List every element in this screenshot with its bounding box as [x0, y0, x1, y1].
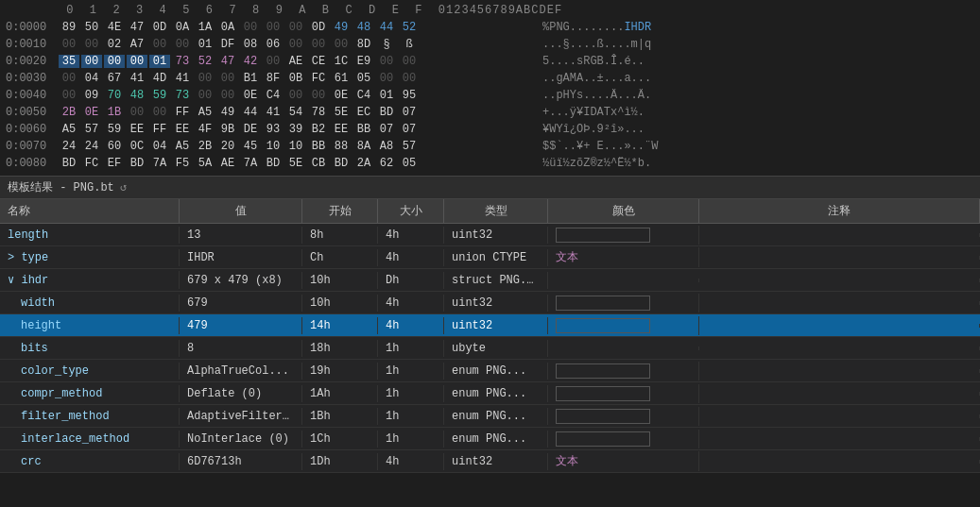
td-type: struct PNG... [444, 272, 548, 289]
table-row[interactable]: color_typeAlphaTrueCol...19h1henum PNG..… [0, 360, 980, 382]
td-name: compr_method [0, 385, 180, 402]
td-value: AlphaTrueCol... [180, 363, 302, 380]
th-type: 类型 [444, 199, 548, 223]
td-color: 文本 [548, 247, 699, 267]
td-name: ∨ ihdr [0, 271, 180, 289]
td-comment [699, 414, 980, 418]
td-start: 19h [302, 363, 378, 380]
color-box [556, 409, 650, 424]
td-value: Deflate (0) [180, 385, 302, 402]
hex-row: 0:0060 A5 57 59 EE FF EE 4F 9B DE 93 39 … [6, 121, 974, 138]
td-name: > type [0, 249, 180, 266]
td-value: IHDR [180, 249, 302, 266]
td-name: crc [0, 453, 180, 470]
hex-row: 0:0070 24 24 60 0C 04 A5 2B 20 45 10 10 … [6, 138, 974, 155]
table-header: 名称 值 开始 大小 类型 颜色 注释 [0, 199, 980, 224]
table-row[interactable]: ∨ ihdr679 x 479 (x8)10hDhstruct PNG... [0, 269, 980, 292]
table-row[interactable]: interlace_methodNoInterlace (0)1Ch1henum… [0, 428, 980, 450]
td-name: height [0, 317, 180, 334]
td-start: 18h [302, 340, 378, 357]
td-type: enum PNG... [444, 408, 548, 425]
color-box [556, 431, 650, 447]
td-start: 1Ch [302, 431, 378, 448]
td-color [548, 279, 699, 282]
td-comment [699, 437, 980, 441]
td-size: 4h [378, 249, 444, 266]
td-size: 4h [378, 295, 444, 312]
td-comment [699, 279, 980, 282]
td-color: 文本 [548, 451, 699, 471]
color-box [556, 386, 650, 401]
color-box [556, 318, 650, 333]
td-start: 8h [302, 227, 378, 244]
td-color [548, 346, 699, 350]
td-color [548, 407, 699, 426]
table-row[interactable]: height47914h4huint32 [0, 314, 980, 337]
td-type: enum PNG... [444, 363, 548, 380]
hex-editor: 0 1 2 3 4 5 6 7 8 9 A B C D E F 01234567… [0, 0, 980, 176]
td-value: 13 [180, 227, 302, 244]
td-start: 14h [302, 317, 378, 334]
th-value: 值 [180, 199, 302, 223]
td-type: ubyte [444, 340, 548, 357]
td-type: union CTYPE [444, 249, 548, 266]
section-title: 模板结果 - PNG.bt ↺ [0, 176, 980, 199]
td-size: 1h [378, 385, 444, 402]
td-start: 1Ah [302, 385, 378, 402]
td-value: 479 [180, 317, 302, 334]
td-name: length [0, 227, 180, 244]
color-text-label: 文本 [556, 251, 578, 264]
td-type: uint32 [444, 295, 548, 312]
td-size: 1h [378, 408, 444, 425]
table-row[interactable]: bits818h1hubyte [0, 337, 980, 360]
td-comment [699, 460, 980, 464]
table-row[interactable]: filter_methodAdaptiveFilter...1Bh1henum … [0, 405, 980, 428]
td-color [548, 316, 699, 335]
td-start: 10h [302, 295, 378, 312]
td-start: Ch [302, 249, 378, 266]
table-row[interactable]: length138h4huint32 [0, 224, 980, 246]
table-row[interactable]: width67910h4huint32 [0, 292, 980, 314]
td-value: 679 [180, 295, 302, 312]
td-value: AdaptiveFilter... [180, 408, 302, 425]
td-color [548, 430, 699, 448]
th-color: 颜色 [548, 199, 699, 223]
hex-header: 0 1 2 3 4 5 6 7 8 9 A B C D E F 01234567… [6, 4, 974, 17]
td-comment [699, 369, 980, 373]
hex-row: 0:0080 BD FC EF BD 7A F5 5A AE 7A BD 5E … [6, 155, 974, 172]
td-value: 6D76713h [180, 453, 302, 470]
hex-row: 0:0040 00 09 70 48 59 73 00 00 0E C4 00 … [6, 87, 974, 104]
td-name: filter_method [0, 408, 180, 425]
td-value: 8 [180, 340, 302, 357]
td-comment [699, 346, 980, 350]
td-name: interlace_method [0, 431, 180, 448]
th-name: 名称 [0, 199, 180, 223]
td-start: 1Bh [302, 408, 378, 425]
th-start: 开始 [302, 199, 378, 223]
hex-row: 0:0020 35 00 00 00 01 73 52 47 42 00 AE … [6, 53, 974, 70]
table-row[interactable]: > typeIHDRCh4hunion CTYPE文本 [0, 246, 980, 269]
td-size: 1h [378, 431, 444, 448]
hex-row: 0:0010 00 00 02 A7 00 00 01 DF 08 06 00 … [6, 36, 974, 53]
table-row[interactable]: crc6D76713h1Dh4huint32文本 [0, 450, 980, 473]
hex-row: 0:0030 00 04 67 41 4D 41 00 00 B1 8F 0B … [6, 70, 974, 87]
td-size: 1h [378, 340, 444, 357]
td-color [548, 384, 699, 403]
td-size: 4h [378, 317, 444, 334]
th-size: 大小 [378, 199, 444, 223]
td-comment [699, 233, 980, 237]
th-comment: 注释 [699, 199, 980, 223]
td-size: 4h [378, 453, 444, 470]
td-size: 1h [378, 363, 444, 380]
td-value: 679 x 479 (x8) [180, 272, 302, 289]
hex-row: 0:0000 89 50 4E 47 0D 0A 1A 0A 00 00 00 … [6, 19, 974, 36]
td-type: uint32 [444, 227, 548, 244]
color-box [556, 296, 650, 311]
td-comment [699, 256, 980, 260]
color-box [556, 228, 650, 243]
td-size: 4h [378, 227, 444, 244]
table-row[interactable]: compr_methodDeflate (0)1Ah1henum PNG... [0, 382, 980, 405]
refresh-icon[interactable]: ↺ [120, 180, 127, 194]
hex-row: 0:0050 2B 0E 1B 00 00 FF A5 49 44 41 54 … [6, 104, 974, 121]
td-comment [699, 324, 980, 328]
